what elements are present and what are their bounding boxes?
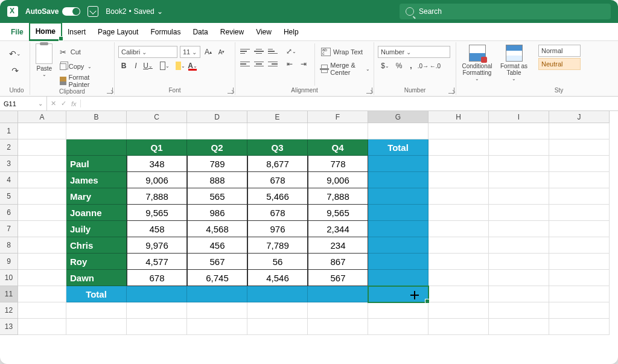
number-format-select[interactable]: Number bbox=[378, 46, 450, 58]
cell-I2[interactable] bbox=[489, 139, 549, 156]
cell-G10[interactable] bbox=[368, 270, 428, 286]
align-left-button[interactable] bbox=[239, 59, 251, 69]
cell-C12[interactable] bbox=[127, 302, 187, 319]
cell-F10[interactable]: 567 bbox=[308, 270, 368, 286]
column-header-B[interactable]: B bbox=[66, 111, 127, 123]
cell-J1[interactable] bbox=[549, 123, 610, 139]
cell-B3[interactable]: Paul bbox=[66, 156, 127, 172]
cell-F8[interactable]: 234 bbox=[308, 237, 368, 254]
cell-grid[interactable]: Q1Q2Q3Q4TotalPaul3487898,677778James9,00… bbox=[18, 123, 610, 335]
cell-G9[interactable] bbox=[368, 254, 428, 270]
italic-button[interactable]: I bbox=[130, 60, 141, 71]
cell-G3[interactable] bbox=[368, 156, 428, 172]
cell-F4[interactable]: 9,006 bbox=[308, 172, 368, 188]
cell-B6[interactable]: Joanne bbox=[66, 205, 127, 221]
cell-G12[interactable] bbox=[368, 302, 428, 319]
cell-G5[interactable] bbox=[368, 188, 428, 205]
font-launcher[interactable] bbox=[228, 88, 234, 94]
cell-H2[interactable] bbox=[428, 139, 489, 156]
cell-J7[interactable] bbox=[549, 221, 610, 237]
cell-I6[interactable] bbox=[489, 205, 549, 221]
cell-J13[interactable] bbox=[549, 319, 610, 335]
cell-A6[interactable] bbox=[18, 205, 66, 221]
cell-B7[interactable]: Juily bbox=[66, 221, 127, 237]
cell-J11[interactable] bbox=[549, 286, 610, 302]
column-header-E[interactable]: E bbox=[247, 111, 308, 123]
accept-formula-icon[interactable]: ✓ bbox=[61, 100, 66, 107]
cell-A9[interactable] bbox=[18, 254, 66, 270]
save-icon[interactable] bbox=[88, 6, 98, 17]
name-box[interactable]: G11 bbox=[0, 97, 47, 110]
paste-button[interactable]: Paste ⌄ bbox=[34, 43, 55, 87]
bold-button[interactable]: B bbox=[118, 60, 129, 71]
cell-D4[interactable]: 888 bbox=[187, 172, 247, 188]
align-bottom-button[interactable] bbox=[267, 46, 279, 57]
increase-indent-button[interactable]: ⇥ bbox=[298, 59, 310, 69]
cell-F5[interactable]: 7,888 bbox=[308, 188, 368, 205]
style-normal[interactable]: Normal bbox=[538, 45, 581, 57]
cell-H11[interactable] bbox=[428, 286, 489, 302]
style-neutral[interactable]: Neutral bbox=[538, 58, 581, 70]
cell-H3[interactable] bbox=[428, 156, 489, 172]
row-header-2[interactable]: 2 bbox=[0, 139, 18, 156]
column-header-J[interactable]: J bbox=[549, 111, 610, 123]
cell-E6[interactable]: 678 bbox=[247, 205, 308, 221]
cell-A7[interactable] bbox=[18, 221, 66, 237]
merge-center-button[interactable]: Merge & Center⌄ bbox=[321, 63, 370, 75]
row-header-7[interactable]: 7 bbox=[0, 221, 18, 237]
cell-B4[interactable]: James bbox=[66, 172, 127, 188]
cell-A2[interactable] bbox=[18, 139, 66, 156]
cell-D12[interactable] bbox=[187, 302, 247, 319]
font-size-select[interactable]: 11 bbox=[180, 46, 200, 58]
align-center-button[interactable] bbox=[253, 59, 265, 69]
cell-H6[interactable] bbox=[428, 205, 489, 221]
cut-button[interactable]: Cut bbox=[57, 46, 110, 58]
column-header-F[interactable]: F bbox=[308, 111, 368, 123]
file-name[interactable]: Book2 • Saved bbox=[106, 7, 162, 16]
orientation-button[interactable]: ⤢⌄ bbox=[284, 46, 298, 57]
cell-I9[interactable] bbox=[489, 254, 549, 270]
cell-F1[interactable] bbox=[308, 123, 368, 139]
align-right-button[interactable] bbox=[267, 59, 279, 69]
column-header-A[interactable]: A bbox=[18, 111, 66, 123]
cell-F7[interactable]: 2,344 bbox=[308, 221, 368, 237]
cell-D10[interactable]: 6,745 bbox=[187, 270, 247, 286]
cell-E5[interactable]: 5,466 bbox=[247, 188, 308, 205]
cell-D5[interactable]: 565 bbox=[187, 188, 247, 205]
cell-H12[interactable] bbox=[428, 302, 489, 319]
percent-button[interactable]: % bbox=[393, 60, 404, 71]
cell-B12[interactable] bbox=[66, 302, 127, 319]
cell-I11[interactable] bbox=[489, 286, 549, 302]
cell-J8[interactable] bbox=[549, 237, 610, 254]
cell-D9[interactable]: 567 bbox=[187, 254, 247, 270]
format-painter-button[interactable]: Format Painter bbox=[57, 75, 110, 87]
cell-D7[interactable]: 4,568 bbox=[187, 221, 247, 237]
cell-F13[interactable] bbox=[308, 319, 368, 335]
tab-home[interactable]: Home bbox=[30, 23, 62, 40]
cell-G8[interactable] bbox=[368, 237, 428, 254]
cell-I10[interactable] bbox=[489, 270, 549, 286]
cell-E10[interactable]: 4,546 bbox=[247, 270, 308, 286]
format-as-table-button[interactable]: Format as Table⌄ bbox=[497, 43, 531, 95]
cancel-formula-icon[interactable]: ✕ bbox=[51, 100, 56, 107]
cell-A13[interactable] bbox=[18, 319, 66, 335]
toggle-icon[interactable] bbox=[62, 7, 80, 16]
cell-J4[interactable] bbox=[549, 172, 610, 188]
clipboard-launcher[interactable] bbox=[107, 88, 113, 94]
cell-H4[interactable] bbox=[428, 172, 489, 188]
align-middle-button[interactable] bbox=[253, 46, 265, 57]
cell-C5[interactable]: 7,888 bbox=[127, 188, 187, 205]
cell-F12[interactable] bbox=[308, 302, 368, 319]
cell-F6[interactable]: 9,565 bbox=[308, 205, 368, 221]
borders-button[interactable]: ⌄ bbox=[159, 60, 170, 71]
number-launcher[interactable] bbox=[448, 88, 454, 94]
cell-D8[interactable]: 456 bbox=[187, 237, 247, 254]
row-header-13[interactable]: 13 bbox=[0, 319, 18, 335]
cell-B2[interactable] bbox=[66, 139, 127, 156]
cell-F2[interactable]: Q4 bbox=[308, 139, 368, 156]
cell-I12[interactable] bbox=[489, 302, 549, 319]
column-header-I[interactable]: I bbox=[489, 111, 549, 123]
cell-B5[interactable]: Mary bbox=[66, 188, 127, 205]
row-header-3[interactable]: 3 bbox=[0, 156, 18, 172]
cell-A1[interactable] bbox=[18, 123, 66, 139]
